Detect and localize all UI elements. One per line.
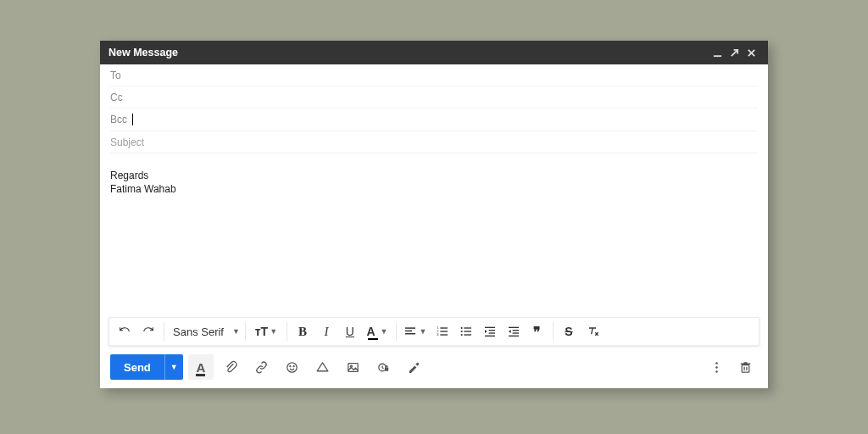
svg-rect-25 [513,330,519,331]
remove-formatting-button[interactable] [581,320,604,343]
svg-point-40 [715,366,718,369]
svg-rect-18 [464,334,471,335]
minimize-button[interactable] [709,44,726,61]
svg-point-33 [293,365,294,366]
svg-marker-23 [485,330,487,333]
svg-rect-35 [348,363,358,371]
chevron-down-icon: ▼ [232,327,240,336]
font-family-label: Sans Serif [173,326,224,338]
quote-glyph: ❞ [533,324,541,340]
svg-rect-4 [405,327,415,328]
send-group: Send ▼ [110,354,183,380]
svg-line-1 [731,49,737,55]
svg-rect-24 [509,327,519,328]
svg-point-14 [461,331,463,332]
svg-text:3: 3 [437,332,439,337]
insert-signature-button[interactable] [402,354,427,380]
svg-rect-27 [509,336,519,337]
svg-rect-21 [489,332,495,333]
bold-button[interactable]: B [291,320,314,343]
svg-point-15 [461,334,463,336]
insert-drive-button[interactable] [310,354,336,380]
svg-rect-5 [405,331,412,331]
discard-draft-button[interactable] [732,354,758,380]
undo-button[interactable] [113,320,136,343]
strikethrough-button[interactable]: S [557,320,581,343]
svg-marker-34 [317,362,328,370]
svg-rect-8 [440,331,448,331]
insert-emoji-button[interactable] [280,354,305,380]
svg-rect-42 [742,364,749,372]
svg-point-13 [461,327,463,329]
message-body[interactable]: Regards Fatima Wahab [100,153,768,317]
close-button[interactable] [743,44,760,61]
svg-point-39 [715,362,718,364]
svg-rect-26 [513,332,519,333]
subject-field[interactable]: Subject [110,131,758,153]
svg-rect-17 [464,331,471,331]
bcc-field[interactable]: Bcc [110,108,758,131]
font-family-dropdown[interactable]: Sans Serif ▼ [168,326,242,338]
cc-field[interactable]: Cc [110,86,758,108]
bottom-toolbar: Send ▼ A [100,346,768,388]
insert-photo-button[interactable] [341,354,366,380]
svg-rect-20 [489,330,495,331]
subject-placeholder: Subject [110,136,144,148]
text-cursor [132,114,133,125]
popout-button[interactable] [726,44,743,61]
send-button[interactable]: Send [110,354,164,380]
underline-button[interactable]: U [338,320,362,343]
bcc-label: Bcc [110,114,127,125]
chevron-down-icon: ▼ [381,327,388,336]
formatting-options-button[interactable]: A [188,354,214,380]
to-label: To [110,70,121,81]
chevron-down-icon: ▼ [419,327,426,336]
attach-file-button[interactable] [219,354,244,380]
svg-rect-38 [385,367,388,370]
font-size-glyph: тT [255,325,268,338]
redo-button[interactable] [136,320,160,343]
svg-rect-22 [485,336,495,337]
svg-marker-28 [509,330,511,333]
svg-rect-16 [464,327,471,328]
window-title: New Message [108,47,178,58]
svg-point-41 [715,370,718,373]
align-dropdown[interactable]: ▼ [400,320,431,343]
indent-more-button[interactable] [502,320,526,343]
bullet-list-button[interactable] [454,320,478,343]
svg-point-31 [287,362,297,371]
numbered-list-button[interactable]: 123 [431,320,454,343]
svg-rect-6 [405,333,415,334]
body-line-1: Regards [110,169,758,182]
svg-point-32 [290,365,291,366]
insert-link-button[interactable] [249,354,275,380]
chevron-down-icon: ▼ [270,327,277,336]
recipient-fields: To Cc Bcc Subject [100,64,768,153]
body-line-2: Fatima Wahab [110,182,758,196]
quote-button[interactable]: ❞ [526,320,549,343]
compose-window: New Message To Cc Bcc Subject Regards Fa [100,41,768,388]
send-options-dropdown[interactable]: ▼ [164,354,183,380]
format-toolbar: Sans Serif ▼ тT ▼ B I U A▼ ▼ 123 [108,317,760,346]
indent-less-button[interactable] [478,320,502,343]
svg-rect-7 [440,327,448,328]
text-color-dropdown[interactable]: A▼ [362,320,392,343]
confidential-mode-button[interactable] [371,354,397,380]
to-field[interactable]: To [110,64,758,86]
more-options-button[interactable] [704,354,729,380]
font-size-dropdown[interactable]: тT ▼ [249,320,283,343]
italic-button[interactable]: I [314,320,338,343]
svg-rect-19 [485,327,495,328]
svg-rect-9 [440,334,448,335]
titlebar: New Message [100,41,768,64]
cc-label: Cc [110,92,123,103]
